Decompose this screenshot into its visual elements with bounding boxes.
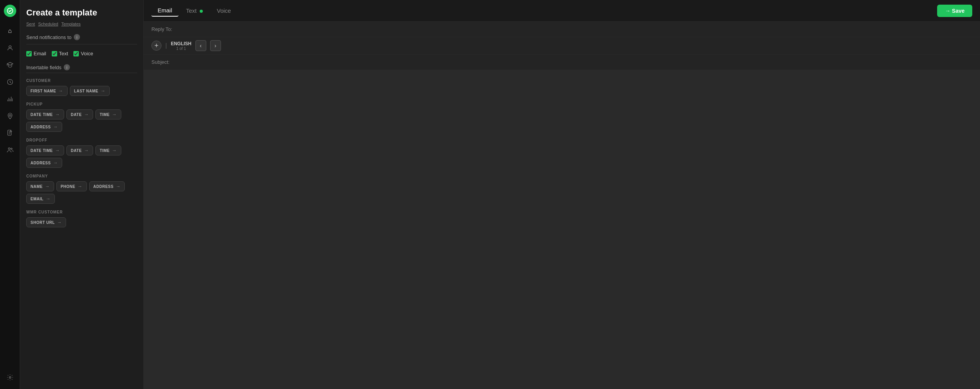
main-content: Email Text Voice → Save Reply To: + | EN…: [144, 0, 980, 389]
pickup-address-row: ADDRESS →: [26, 122, 137, 132]
field-dropoff-datetime[interactable]: DATE TIME →: [26, 145, 64, 155]
category-customer-label: CUSTOMER: [26, 78, 137, 83]
category-company-label: COMPANY: [26, 174, 137, 178]
category-pickup-label: PICKUP: [26, 102, 137, 106]
left-navigation: ⌂: [0, 0, 20, 389]
arrow-icon: →: [57, 220, 62, 225]
send-notifications-label: Send notifications to i: [26, 34, 137, 40]
arrow-icon: →: [116, 184, 121, 189]
language-counter: 1 of 1: [171, 46, 191, 51]
svg-point-6: [10, 148, 12, 150]
field-company-address[interactable]: ADDRESS →: [89, 181, 125, 191]
field-dropoff-time[interactable]: TIME →: [95, 145, 121, 155]
field-first-name[interactable]: FIRST NAME →: [26, 86, 68, 96]
insertable-fields-label: Insertable fields i: [26, 64, 137, 70]
company-email-row: EMAIL →: [26, 194, 137, 204]
nav-home[interactable]: ⌂: [3, 24, 17, 38]
arrow-icon: →: [100, 88, 105, 94]
language-info: ENGLISH 1 of 1: [171, 41, 191, 51]
divider-2: [26, 73, 137, 73]
nav-history[interactable]: [3, 75, 17, 89]
category-company: COMPANY NAME → PHONE → ADDRESS → EMAIL →: [26, 174, 137, 204]
arrow-icon: →: [112, 148, 117, 153]
voice-checkbox[interactable]: [73, 51, 79, 56]
save-button[interactable]: → Save: [937, 5, 972, 17]
language-next-button[interactable]: ›: [210, 40, 221, 51]
language-prev-button[interactable]: ‹: [195, 40, 206, 51]
category-customer: CUSTOMER FIRST NAME → LAST NAME →: [26, 78, 137, 96]
customer-fields: FIRST NAME → LAST NAME →: [26, 86, 137, 96]
svg-point-7: [9, 377, 11, 379]
breadcrumb-scheduled[interactable]: Scheduled: [38, 22, 58, 26]
page-title: Create a template: [26, 8, 137, 18]
svg-point-5: [8, 148, 10, 150]
sidebar: Create a template Sent Scheduled Templat…: [20, 0, 144, 389]
dropoff-fields: DATE TIME → DATE → TIME →: [26, 145, 137, 155]
email-checkbox-label[interactable]: Email: [26, 51, 46, 56]
top-bar: Email Text Voice → Save: [144, 0, 980, 22]
breadcrumb-sent[interactable]: Sent: [26, 22, 35, 26]
nav-location[interactable]: [3, 109, 17, 123]
nav-education[interactable]: [3, 58, 17, 72]
reply-to-label: Reply To:: [151, 26, 182, 32]
send-notifications-info-icon[interactable]: i: [74, 34, 80, 40]
svg-point-3: [9, 114, 11, 116]
field-company-email[interactable]: EMAIL →: [26, 194, 55, 204]
text-tab-dot: [200, 10, 203, 13]
nav-settings[interactable]: [3, 370, 17, 384]
category-pickup: PICKUP DATE TIME → DATE → TIME → ADDRESS…: [26, 102, 137, 132]
subject-row: Subject:: [144, 55, 980, 70]
field-short-url[interactable]: SHORT URL →: [26, 217, 66, 227]
arrow-icon: →: [45, 184, 50, 189]
arrow-icon: →: [53, 160, 58, 165]
reply-to-input[interactable]: [182, 26, 972, 32]
arrow-icon: →: [55, 148, 60, 153]
tab-voice[interactable]: Voice: [211, 5, 237, 16]
breadcrumb: Sent Scheduled Templates: [26, 22, 137, 26]
lang-divider: |: [165, 42, 167, 49]
nav-users[interactable]: [3, 41, 17, 55]
text-checkbox[interactable]: [52, 51, 57, 56]
category-wmr-customer: WMR CUSTOMER SHORT URL →: [26, 210, 137, 227]
text-checkbox-label[interactable]: Text: [52, 51, 68, 56]
breadcrumb-templates[interactable]: Templates: [61, 22, 81, 26]
nav-analytics[interactable]: [3, 92, 17, 106]
arrow-icon: →: [112, 112, 117, 117]
arrow-icon: →: [84, 148, 89, 153]
company-fields: NAME → PHONE → ADDRESS →: [26, 181, 137, 191]
field-dropoff-address[interactable]: ADDRESS →: [26, 158, 62, 168]
reply-to-row: Reply To:: [144, 22, 980, 37]
app-logo[interactable]: [4, 5, 16, 17]
svg-point-1: [9, 46, 11, 48]
category-dropoff-label: DROPOFF: [26, 138, 137, 142]
subject-label: Subject:: [151, 59, 182, 65]
arrow-icon: →: [84, 112, 89, 117]
nav-team[interactable]: [3, 143, 17, 157]
field-company-phone[interactable]: PHONE →: [56, 181, 87, 191]
divider-1: [26, 44, 137, 44]
email-body-area[interactable]: [144, 70, 980, 389]
field-company-name[interactable]: NAME →: [26, 181, 54, 191]
field-last-name[interactable]: LAST NAME →: [70, 86, 110, 96]
field-pickup-datetime[interactable]: DATE TIME →: [26, 109, 64, 119]
arrow-icon: →: [78, 184, 83, 189]
field-dropoff-date[interactable]: DATE →: [66, 145, 93, 155]
tab-email[interactable]: Email: [151, 5, 178, 17]
field-pickup-time[interactable]: TIME →: [95, 109, 121, 119]
subject-input[interactable]: [182, 59, 972, 65]
wmr-fields: SHORT URL →: [26, 217, 137, 227]
field-pickup-date[interactable]: DATE →: [66, 109, 93, 119]
nav-documents[interactable]: [3, 126, 17, 140]
email-checkbox[interactable]: [26, 51, 32, 56]
notification-channels: Email Text Voice: [26, 51, 137, 56]
voice-checkbox-label[interactable]: Voice: [73, 51, 93, 56]
arrow-icon: →: [46, 196, 51, 201]
insertable-fields-info-icon[interactable]: i: [64, 64, 70, 70]
field-pickup-address[interactable]: ADDRESS →: [26, 122, 62, 132]
language-selector: + | ENGLISH 1 of 1 ‹ ›: [144, 37, 980, 55]
pickup-fields: DATE TIME → DATE → TIME →: [26, 109, 137, 119]
add-language-button[interactable]: +: [151, 41, 161, 51]
category-dropoff: DROPOFF DATE TIME → DATE → TIME → ADDRES…: [26, 138, 137, 168]
tab-text[interactable]: Text: [180, 5, 209, 16]
arrow-icon: →: [53, 124, 58, 130]
